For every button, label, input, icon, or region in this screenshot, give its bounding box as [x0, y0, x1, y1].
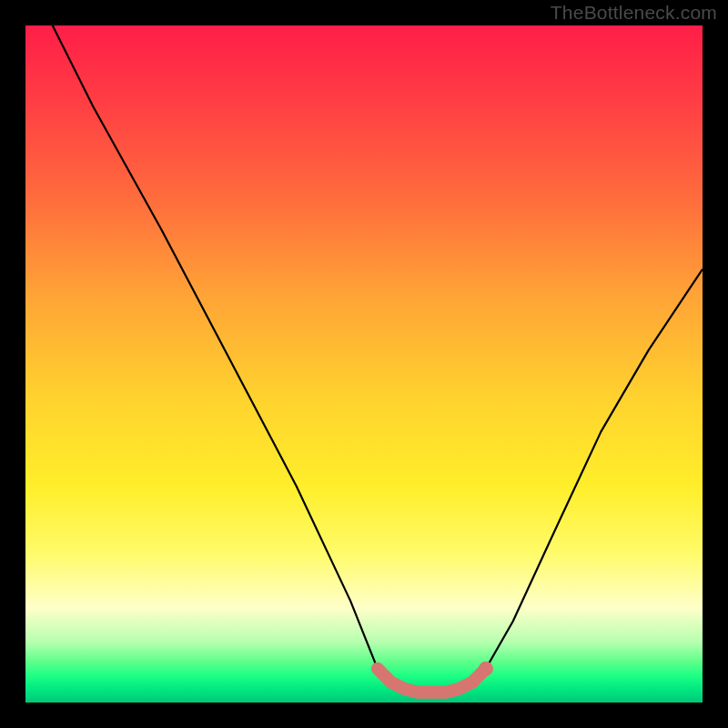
bottleneck-curve [53, 25, 703, 693]
highlight-end-dot [479, 662, 493, 676]
watermark-text: TheBottleneck.com [551, 2, 717, 24]
plot-area [25, 25, 703, 703]
chart-frame: TheBottleneck.com [0, 0, 728, 728]
chart-svg [25, 25, 703, 703]
bottleneck-highlight [378, 669, 486, 693]
